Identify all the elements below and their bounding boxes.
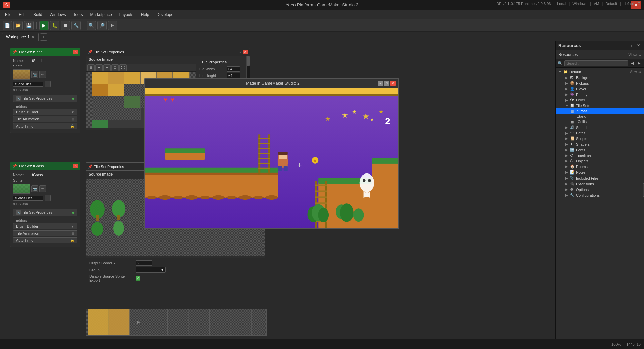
toolbar-new[interactable]: 📄 [3,21,12,30]
tree-pickups[interactable]: ▶ 📦 Pickups [556,80,644,86]
tree-tsand[interactable]: — tSand [556,114,644,119]
sounds-chevron: ▶ [565,126,569,129]
menu-developer[interactable]: Developer [153,11,178,18]
tsand-brush-builder-btn[interactable]: Brush Builder ▼ [13,109,77,115]
tsand-name-value: tSand [32,59,42,63]
menu-windows[interactable]: Windows [46,11,69,18]
toolbar-save[interactable]: 💾 [24,21,34,30]
tree-fonts[interactable]: ▶ 🔤 Fonts [556,147,644,153]
tree-background[interactable]: ▶ 🖼 Background [556,75,644,80]
tile-props-top-center[interactable]: ⊕ [238,50,241,54]
toolbar-stop[interactable]: ⏹ [61,21,70,30]
game-preview-min[interactable]: − [378,81,383,86]
tgrass-sprite-name-input[interactable] [13,196,43,201]
game-preview-close[interactable]: ✕ [390,81,396,86]
tgrass-auto-tiling-btn[interactable]: Auto Tiling 🔒 [13,237,77,243]
tree-tgrass[interactable]: ▦ tGrass [556,108,644,114]
toolbar-debug[interactable]: 🐛 [50,21,59,30]
zoom-out-btn[interactable]: − [103,64,111,71]
tree-configurations[interactable]: ▶ 🔧 Configurations [556,192,644,198]
menu-edit[interactable]: Edit [15,11,29,18]
game-preview-titlebar[interactable]: Made in GameMaker Studio 2 − □ ✕ [145,79,398,88]
toolbar-clean[interactable]: 🔧 [71,21,81,30]
tree-scripts[interactable]: ▶ 📜 Scripts [556,136,644,141]
menu-help[interactable]: Help [138,11,153,18]
tile-props-top-titlebar[interactable]: 📌 Tile Set Properties ⊕ ✕ [86,48,250,56]
tsand-tile-anim-btn[interactable]: Tile Animation ⊞ [13,116,77,122]
menu-marketplace[interactable]: Marketplace [87,11,115,18]
tree-notes[interactable]: ▶ 📝 Notes [556,169,644,175]
tgrass-tile-props-btn[interactable]: 🔧 Tile Set Properties ◆ [13,209,77,216]
svg-point-126 [353,208,364,222]
tsand-sprite-more-btn[interactable]: ⋯ [45,81,51,87]
tgrass-sprite-more-btn[interactable]: ⋯ [45,195,51,201]
enemy-label: Enemy [576,93,587,97]
zoom-full-btn[interactable]: ⛶ [119,64,127,71]
menu-build[interactable]: Build [30,11,46,18]
search-prev-btn[interactable]: ◀ [629,60,635,66]
panel-collapse-handle[interactable]: › [643,183,644,197]
tsand-tile-props-btn[interactable]: 🔧 Tile Set Properties ◆ [13,95,77,102]
zoom-fit-btn2[interactable]: ⊡ [111,64,119,71]
tree-extensions[interactable]: ▶ 🔌 Extensions [556,181,644,187]
tsand-auto-tiling-btn[interactable]: Auto Tiling 🔒 [13,123,77,129]
toolbar-open[interactable]: 📂 [13,21,23,30]
tgrass-sprite-edit-btn[interactable]: 📷 [31,185,38,192]
tsand-sprite-pencil-btn[interactable]: ✏ [39,71,46,78]
toolbar-zoom-fit[interactable]: ⊞ [108,21,117,30]
tile-height-input[interactable] [227,73,240,78]
panel-close-btn[interactable]: ✕ [635,43,641,49]
tile-width-input[interactable] [227,66,240,72]
svg-rect-111 [258,168,270,169]
grid-btn[interactable]: ⊞ [87,64,95,71]
tree-tilesets[interactable]: ▼ 🔲 Tile Sets [556,103,644,108]
status-coords: 1440, 10 [626,342,641,346]
search-input[interactable] [564,60,628,66]
workspace-tab-1[interactable]: Workspace 1 ✕ [2,33,39,41]
output-border-y-input[interactable] [136,260,152,266]
tsand-editors-section: Editors: Brush Builder ▼ Tile Animation … [13,103,77,129]
toolbar-zoom-in[interactable]: 🔍 [87,21,96,30]
toolbar-zoom-out[interactable]: 🔎 [97,21,107,30]
tgrass-tile-anim-btn[interactable]: Tile Animation ⊞ [13,230,77,236]
game-preview-max[interactable]: □ [384,81,389,86]
tree-included-files[interactable]: ▶ 📎 Included Files [556,175,644,181]
disable-export-row: Disable Source Sprite Export ✓ [89,274,262,282]
tile-props-scrollthumb[interactable] [247,56,250,66]
tsand-close[interactable]: ✕ [73,50,78,54]
tgrass-titlebar[interactable]: 📌 Tile Set: tGrass ✕ [10,162,80,170]
tgrass-sprite-pencil-btn[interactable]: ✏ [39,185,46,192]
tgrass-brush-builder-btn[interactable]: Brush Builder ▼ [13,223,77,229]
tree-enemy[interactable]: ▶ 👾 Enemy [556,92,644,97]
tsand-tile-props-arrow: ◆ [72,96,74,101]
menu-file[interactable]: File [2,11,15,18]
workspace-tab-close[interactable]: ✕ [32,35,34,39]
tsand-sprite-edit-btn[interactable]: 📷 [31,71,38,78]
tgrass-close[interactable]: ✕ [73,164,78,168]
tree-shaders[interactable]: ▶ ✦ Shaders [556,141,644,147]
disable-export-checkbox[interactable]: ✓ [136,276,140,281]
tree-timelines[interactable]: ▶ ⏱ Timelines [556,153,644,158]
toolbar-run[interactable]: ▶ [39,21,49,30]
tree-objects[interactable]: ▶ ⬡ Objects [556,158,644,164]
group-dropdown[interactable]: ▼ [136,267,166,273]
tree-rooms[interactable]: ▶ 🏠 Rooms [556,164,644,169]
tree-tcollision[interactable]: ▦ tCollision [556,119,644,124]
tsand-sprite-label: Sprite: [13,64,30,68]
tree-paths[interactable]: ▶ 〰 Paths [556,130,644,136]
panel-add-btn[interactable]: + [629,43,635,49]
svg-rect-107 [258,148,270,149]
workspace-add-tab[interactable]: + [40,33,47,41]
tsand-sprite-name-input[interactable] [13,82,43,87]
tree-player[interactable]: ▶ 👤 Player [556,86,644,92]
tree-sounds[interactable]: ▶ 🔊 Sounds [556,124,644,130]
zoom-in-btn[interactable]: + [95,64,103,71]
tree-level[interactable]: ▶ 🗺 Level [556,97,644,103]
tree-options[interactable]: ▶ ⚙ Options [556,187,644,192]
tree-default[interactable]: ▼ 📁 Default Views ≡ [556,69,644,75]
menu-tools[interactable]: Tools [70,11,86,18]
tile-props-top-close[interactable]: ✕ [243,50,248,54]
menu-layouts[interactable]: Layouts [116,11,137,18]
tsand-titlebar[interactable]: 📌 Tile Set: tSand ✕ [10,48,80,56]
search-next-btn[interactable]: ▶ [636,60,642,66]
